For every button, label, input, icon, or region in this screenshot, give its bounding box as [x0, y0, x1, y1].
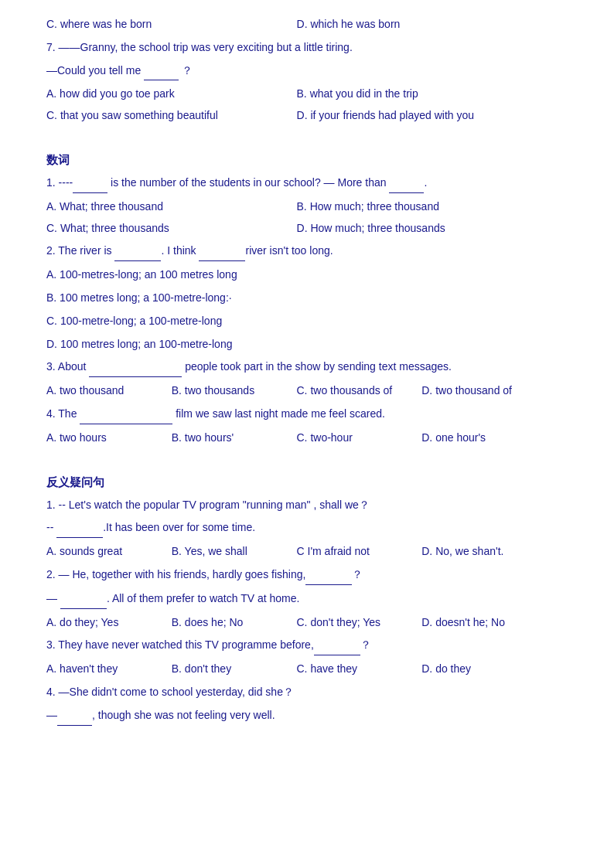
fy-q3-blank1 [314, 636, 360, 655]
fy-q2-blank1 [305, 566, 352, 585]
q3-option-c: C. two thousands of [297, 382, 422, 400]
shuzhi-q1-options: A. What; three thousand B. How much; thr… [46, 198, 568, 238]
q3-blank1 [89, 358, 182, 377]
fy-q1-option-a: A. sounds great [46, 543, 172, 561]
fy-q2-option-d: D. doesn't he; No [421, 614, 547, 632]
fy-q1-sub: -- .It has been over for some time. [46, 519, 568, 538]
q1-option-a: A. What; three thousand [46, 198, 297, 216]
option-c-top: C. where was he born [46, 15, 297, 34]
q7-option-a: A. how did you go toe park [46, 85, 297, 104]
q2-option-d: D. 100 metres long; an 100-metre-long [46, 335, 568, 354]
q1-option-b: B. How much; three thousand [297, 198, 547, 216]
fy-q4-sub: — , though she was not feeling very well… [46, 706, 568, 726]
q4-option-c: C. two-hour [297, 429, 422, 448]
q1-end: . [424, 176, 427, 189]
shuzhi-q4-options: A. two hours B. two hours' C. two-hour D… [46, 429, 568, 448]
fy-q2-option-a: A. do they; Yes [46, 614, 172, 632]
fy-q3-options: A. haven't they B. don't they C. have th… [46, 660, 568, 679]
fy-q4-stem: 4. —She didn't come to school yesterday,… [46, 683, 568, 702]
q1-stem-mid: is the number of the students in our sch… [107, 176, 389, 189]
q1-option-d: D. How much; three thousands [297, 220, 547, 238]
fanyi-header: 反义疑问句 [46, 475, 568, 490]
q2-option-c: C. 100-metre-long; a 100-metre-long [46, 312, 568, 331]
fy-q2-stem: 2. — He, together with his friends, hard… [46, 566, 568, 585]
fy-q1-option-b: B. Yes, we shall [172, 543, 297, 561]
q7-option-d: D. if your friends had played with you [297, 107, 547, 125]
fy-q2-blank2 [60, 590, 107, 609]
q2-stem-pre: 2. The river is [46, 244, 114, 257]
fy-q4-sub-end: , though she was not feeling very well. [92, 709, 275, 721]
fy-q3-stem: 3. They have never watched this TV progr… [46, 636, 568, 655]
shuzhi-q3-stem: 3. About people took part in the show by… [46, 358, 568, 377]
fy-q2-end: ？ [352, 568, 363, 580]
q2-stem-end: river isn't too long. [245, 244, 333, 257]
fy-q2-stem-text: 2. — He, together with his friends, hard… [46, 568, 305, 580]
fy-q1-options: A. sounds great B. Yes, we shall C I'm a… [46, 543, 568, 561]
q4-option-a: A. two hours [46, 429, 172, 448]
fy-q1-sub-end: .It has been over for some time. [103, 521, 255, 533]
fy-q1-blank1 [56, 519, 103, 538]
option-d-top: D. which he was born [297, 15, 547, 34]
q3-stem-end: people took part in the show by sending … [182, 360, 452, 373]
top-options-row: C. where was he born D. which he was bor… [46, 15, 568, 34]
q7-end: ？ [182, 64, 193, 77]
fy-q2-options: A. do they; Yes B. does he; No C. don't … [46, 614, 568, 632]
fy-q3-option-b: B. don't they [172, 660, 297, 679]
shuzhi-header: 数词 [46, 153, 568, 168]
q7-blank [144, 62, 179, 81]
q3-option-b: B. two thousands [172, 382, 297, 400]
q7-options: A. how did you go toe park B. what you d… [46, 85, 568, 125]
q7-option-c: C. that you saw something beautiful [46, 107, 297, 125]
q2-blank1 [114, 242, 161, 261]
fy-q1-stem: 1. -- Let's watch the popular TV program… [46, 496, 568, 515]
q3-option-a: A. two thousand [46, 382, 172, 400]
q4-stem-end: film we saw last night made me feel scar… [172, 407, 385, 420]
fy-q4-sub-pre: — [46, 709, 57, 721]
fy-q1-option-d: D. No, we shan't. [421, 543, 547, 561]
shuzhi-q2-stem: 2. The river is . I think river isn't to… [46, 242, 568, 261]
q2-blank2 [199, 242, 245, 261]
q4-blank1 [80, 405, 172, 424]
q2-option-b: B. 100 metres long; a 100-metre-long:· [46, 289, 568, 308]
fy-q3-option-c: C. have they [297, 660, 422, 679]
q3-stem-pre: 3. About [46, 360, 89, 373]
fy-q3-end: ？ [360, 638, 371, 651]
shuzhi-q3-options: A. two thousand B. two thousands C. two … [46, 382, 568, 400]
fy-q3-stem-pre: 3. They have never watched this TV progr… [46, 638, 314, 651]
fy-q1-sub-pre: -- [46, 521, 56, 533]
fy-q2-sub-pre: — [46, 592, 60, 604]
q7-stem: 7. ——Granny, the school trip was very ex… [46, 39, 568, 57]
fy-q2-option-c: C. don't they; Yes [297, 614, 422, 632]
q4-option-b: B. two hours' [172, 429, 297, 448]
fy-q4-blank1 [57, 706, 92, 726]
q7-sub: —Could you tell me ？ [46, 62, 568, 81]
q1-option-c: C. What; three thousands [46, 220, 297, 238]
fy-q3-option-d: D. do they [421, 660, 547, 679]
fy-q2-option-b: B. does he; No [172, 614, 297, 632]
fy-q3-option-a: A. haven't they [46, 660, 172, 679]
q3-option-d: D. two thousand of [421, 382, 547, 400]
q4-option-d: D. one hour's [421, 429, 547, 448]
q1-stem-pre: 1. ---- [46, 176, 73, 189]
q1-blank1 [73, 174, 107, 193]
shuzhi-q4-stem: 4. The film we saw last night made me fe… [46, 405, 568, 424]
fy-q1-option-c: C I'm afraid not [297, 543, 422, 561]
q2-option-a: A. 100-metres-long; an 100 metres long [46, 266, 568, 284]
q7-option-b: B. what you did in the trip [297, 85, 547, 104]
q4-stem-pre: 4. The [46, 407, 80, 420]
shuzhi-q1-stem: 1. ---- is the number of the students in… [46, 174, 568, 193]
q1-blank2 [389, 174, 424, 193]
fy-q2-sub: — . All of them prefer to watch TV at ho… [46, 590, 568, 609]
q7-sub-text: —Could you tell me [46, 64, 141, 77]
q2-stem-mid: . I think [161, 244, 199, 257]
fy-q2-sub-end: . All of them prefer to watch TV at home… [107, 592, 300, 604]
